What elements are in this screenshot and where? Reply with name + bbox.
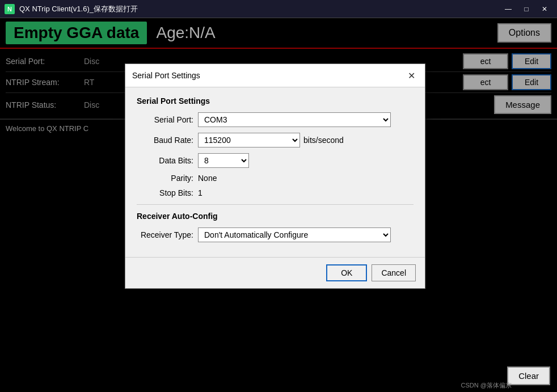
app-title: QX NTrip Client(v1.6)_保存数据打开 [19, 4, 138, 14]
stop-bits-value: 1 [198, 188, 202, 197]
serial-port-select[interactable]: COM3 COM1 COM2 COM4 COM5 [198, 112, 391, 127]
serial-port-form-label: Serial Port: [137, 115, 193, 124]
dialog-title: Serial Port Settings [132, 71, 200, 80]
stop-bits-form-row: Stop Bits: 1 [137, 188, 413, 197]
data-bits-select[interactable]: 8 5 6 7 [198, 153, 249, 168]
section-divider [137, 204, 413, 205]
title-bar-left: N QX NTrip Client(v1.6)_保存数据打开 [5, 4, 138, 14]
serial-port-control: COM3 COM1 COM2 COM4 COM5 [198, 112, 413, 127]
dialog-footer: OK Cancel [125, 257, 425, 288]
watermark: CSDN @落体偏东 [461, 381, 512, 390]
parity-form-label: Parity: [137, 174, 193, 183]
serial-port-dialog: Serial Port Settings ✕ Serial Port Setti… [125, 64, 425, 289]
maximize-button[interactable]: □ [518, 3, 534, 15]
ok-button[interactable]: OK [326, 264, 367, 281]
baud-rate-form-label: Baud Rate: [137, 136, 193, 145]
baud-rate-form-row: Baud Rate: 115200 9600 19200 38400 57600… [137, 133, 413, 147]
dialog-close-button[interactable]: ✕ [404, 69, 418, 82]
data-bits-control: 8 5 6 7 [198, 153, 413, 168]
baud-rate-select[interactable]: 115200 9600 19200 38400 57600 230400 [198, 133, 300, 147]
app-icon: N [5, 4, 15, 14]
data-bits-form-row: Data Bits: 8 5 6 7 [137, 153, 413, 168]
receiver-type-form-row: Receiver Type: Don't Automatically Confi… [137, 227, 413, 242]
data-bits-form-label: Data Bits: [137, 156, 193, 165]
stop-bits-form-label: Stop Bits: [137, 188, 193, 197]
parity-form-row: Parity: None [137, 174, 413, 183]
title-bar: N QX NTrip Client(v1.6)_保存数据打开 — □ ✕ [0, 0, 557, 18]
clear-area: Clear [507, 366, 550, 385]
baud-rate-control: 115200 9600 19200 38400 57600 230400 bit… [198, 133, 413, 147]
cancel-button[interactable]: Cancel [372, 264, 416, 281]
serial-port-form-row: Serial Port: COM3 COM1 COM2 COM4 COM5 [137, 112, 413, 127]
window-controls: — □ ✕ [500, 3, 552, 15]
modal-overlay: Serial Port Settings ✕ Serial Port Setti… [0, 18, 557, 392]
section2-header: Receiver Auto-Config [137, 212, 413, 221]
bits-per-second-label: bits/second [303, 136, 344, 145]
clear-button[interactable]: Clear [507, 366, 550, 385]
parity-value: None [198, 174, 217, 183]
close-button[interactable]: ✕ [537, 3, 552, 15]
receiver-type-control: Don't Automatically Configure u-blox NME… [198, 227, 413, 242]
receiver-type-form-label: Receiver Type: [137, 230, 193, 239]
app-main: Empty GGA data Age:N/A Options Serial Po… [0, 18, 557, 392]
dialog-titlebar: Serial Port Settings ✕ [125, 64, 425, 87]
section1-header: Serial Port Settings [137, 96, 413, 106]
minimize-button[interactable]: — [500, 3, 516, 15]
dialog-body: Serial Port Settings Serial Port: COM3 C… [125, 87, 425, 257]
receiver-type-select[interactable]: Don't Automatically Configure u-blox NME… [198, 227, 391, 242]
